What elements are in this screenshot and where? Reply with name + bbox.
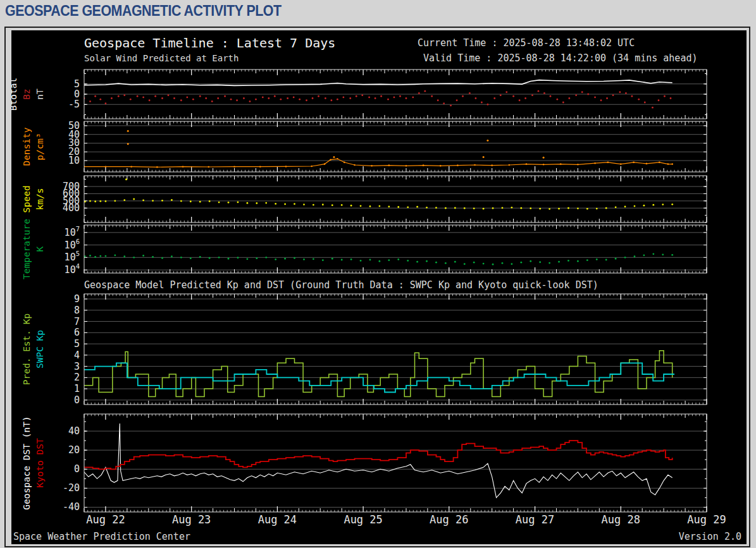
y-axis-ticks [84,299,707,400]
panel-frame [84,176,707,222]
hour-ticks [88,176,703,222]
x-tick-label: Aug 29 [687,513,726,526]
panel-speed: 700600500400Speedkm/s [22,176,707,222]
axis-label-bz: Bz [22,88,32,99]
y-tick-label: 0 [74,463,80,475]
y-axis-ticks [84,233,707,270]
x-tick-label: Aug 22 [86,513,125,526]
chart-subtitle: Solar Wind Predicted at Earth [84,53,239,63]
y-tick-label: 1 [74,383,80,394]
x-tick-label: Aug 25 [344,513,382,526]
x-tick-label: Aug 23 [172,513,211,526]
y-tick-label: -20 [63,482,80,494]
y-tick-label: 10 [68,155,80,166]
y-tick-label: 2 [74,372,80,383]
y-tick-label: 107 [65,225,80,238]
axis-label-density: Density [22,127,32,166]
axis-label-btotal: Btotal [11,78,18,111]
hour-ticks [88,294,703,405]
y-tick-label: 105 [65,250,80,263]
y-tick-label: 3 [74,361,80,372]
y-tick-label: 106 [65,238,80,251]
kp-dst-section-title: Geospace Model Predicted Kp and DST (Gro… [84,279,598,291]
axis-label-speed: Speed [22,185,32,213]
hour-ticks [88,225,703,273]
y-tick-label: 0 [74,394,80,406]
series-pred-est-kp [84,351,672,397]
chart-title: Geospace Timeline : Latest 7 Days [84,35,335,51]
y-tick-label: 8 [74,305,80,316]
panel-frame [84,294,707,405]
six-hour-ticks [84,176,685,222]
series-density [84,158,673,168]
valid-time-label: Valid Time : 2025-08-28 14:22:00 (34 min… [423,52,697,64]
y-tick-label: -5 [68,99,80,110]
x-tick-label: Aug 28 [602,513,640,526]
y-tick-label: 20 [68,444,80,456]
six-hour-ticks [84,225,685,273]
y-tick-label: 400 [63,202,80,214]
axis-label-p-cm-: p/cm³ [35,133,45,161]
y-axis-ticks [84,422,707,508]
axis-label-swpc-kp: SWPC Kp [35,330,45,368]
day-ticks [106,176,707,222]
axis-label-temperature: Temperature [22,219,32,279]
panel-temp: 107106105104TemperatureK [22,219,707,279]
series-bz [84,90,672,109]
x-tick-label: Aug 26 [430,513,468,526]
hour-ticks [88,121,703,172]
series-kyoto-dst [84,441,672,469]
y-tick-label: -40 [63,501,80,513]
axis-label-geospace-dst-nt-: Geospace DST (nT) [22,416,32,509]
axis-label-nt: nT [35,88,45,100]
panel-density: 5040302010Densityp/cm³ [22,120,707,172]
y-tick-label: 4 [74,350,80,361]
axis-label-k: K [35,246,45,252]
panel-dst: 40200-20-40Geospace DST (nT)Kyoto DST [22,414,707,513]
footer-version: Version 2.0 [679,531,741,542]
series-temperature [84,253,673,265]
hour-ticks [88,414,703,512]
y-tick-label: 7 [74,316,80,327]
geospace-plot-image: 50-5BtotalBznT5040302010Densityp/cm³7006… [11,30,747,544]
x-tick-label: Aug 24 [258,513,297,526]
y-tick-label: 104 [65,262,80,276]
footer-attribution: Space Weather Prediction Center [13,531,190,542]
day-ticks [106,225,707,273]
y-tick-label: 40 [68,425,80,437]
series-speed-outlier [125,178,127,180]
panel-kp: 9876543210Pred. Est. KpSWPC Kp [22,293,707,406]
panel-frame [84,225,707,273]
panel-bfield: 50-5BtotalBznT [11,70,707,119]
six-hour-ticks [84,414,685,512]
x-tick-label: Aug 27 [516,513,554,526]
series-geospace-dst [84,423,672,497]
y-tick-label: 6 [74,327,80,338]
panel-frame [84,414,707,512]
axis-label-km-s: km/s [35,188,45,210]
day-ticks [106,121,707,172]
axis-label-kyoto-dst: Kyoto DST [35,438,45,488]
page-root: { "page": { "header_title": "GEOSPACE GE… [0,0,756,548]
series-btotal [84,80,672,86]
day-ticks [106,414,707,512]
axis-label-pred-est-kp: Pred. Est. Kp [22,314,32,386]
six-hour-ticks [84,121,685,172]
panel-frame [84,121,707,172]
y-tick-label: 9 [74,293,80,305]
y-tick-label: 5 [74,338,80,350]
current-time-label: Current Time : 2025-08-28 13:48:02 UTC [418,37,635,49]
page-title: GEOSPACE GEOMAGNETIC ACTIVITY PLOT [5,3,282,20]
